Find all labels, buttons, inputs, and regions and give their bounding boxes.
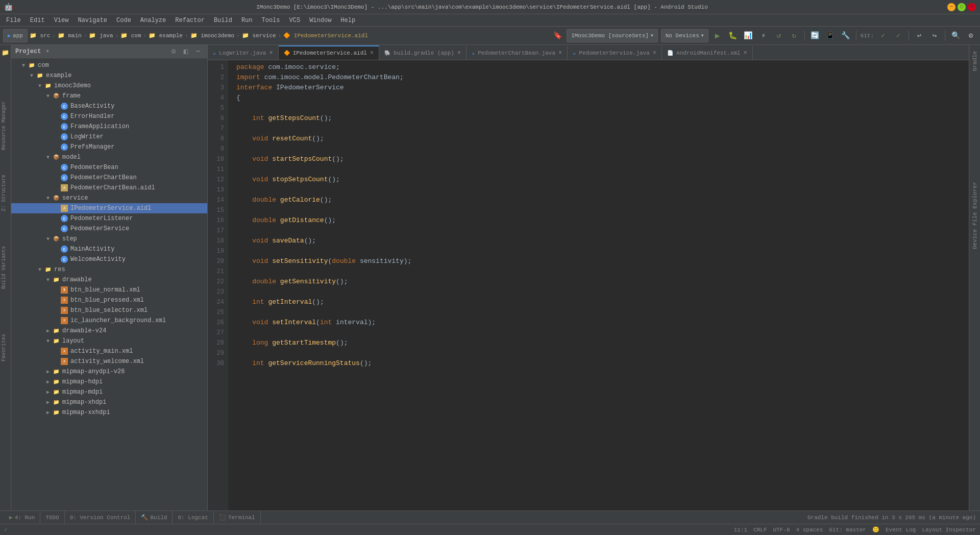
- tab-logwriter[interactable]: ☕ LogWriter.java ×: [208, 45, 279, 60]
- menu-edit[interactable]: Edit: [26, 16, 49, 25]
- project-dropdown-arrow[interactable]: ▼: [46, 49, 48, 54]
- tree-item-pedometerchartbean[interactable]: C PedometerChartBean: [11, 173, 207, 183]
- tree-item-pedometerlistener[interactable]: C PedometerListener: [11, 213, 207, 224]
- minimize-button[interactable]: −: [947, 3, 955, 11]
- devices-dropdown[interactable]: No Devices ▼: [661, 29, 708, 42]
- debug-button[interactable]: 🐛: [727, 30, 739, 42]
- status-layout-inspector[interactable]: Layout Inspector: [922, 527, 976, 533]
- structure-tab[interactable]: Z: Structure: [0, 173, 11, 213]
- status-git-check[interactable]: ✓: [4, 526, 8, 533]
- tree-item-imooc3demo[interactable]: ▼ 📁 imooc3demo: [11, 81, 207, 91]
- build-variants-tab[interactable]: Build Variants: [0, 244, 11, 291]
- tree-item-layout[interactable]: ▼ 📁 layout: [11, 336, 207, 346]
- git-update-icon[interactable]: ✓: [877, 30, 889, 42]
- tree-item-mipmap-xxhdpi[interactable]: ▶ 📁 mipmap-xxhdpi: [11, 407, 207, 418]
- tree-item-mipmap-xhdpi[interactable]: ▶ 📁 mipmap-xhdpi: [11, 397, 207, 407]
- tree-item-mainactivity[interactable]: C MainActivity: [11, 244, 207, 254]
- tree-item-model[interactable]: ▼ 📦 model: [11, 152, 207, 162]
- status-indent[interactable]: 4 spaces: [796, 527, 823, 533]
- project-action-collapse[interactable]: −: [193, 46, 203, 57]
- breadcrumb-imooc3demo[interactable]: 📁 imooc3demo: [190, 32, 235, 39]
- project-action-cog[interactable]: ⚙: [168, 46, 179, 57]
- tab-androidmanifest[interactable]: 📄 AndroidManifest.xml ×: [662, 45, 753, 60]
- tree-item-btn-blue-normal[interactable]: X btn_blue_normal.xml: [11, 285, 207, 295]
- menu-navigate[interactable]: Navigate: [74, 16, 111, 25]
- menu-refactor[interactable]: Refactor: [171, 16, 209, 25]
- menu-file[interactable]: File: [2, 16, 25, 25]
- project-action-gear[interactable]: ◧: [181, 46, 191, 57]
- bookmark-icon[interactable]: 🔖: [551, 30, 564, 42]
- run-button[interactable]: ▶: [712, 30, 724, 42]
- menu-build[interactable]: Build: [210, 16, 236, 25]
- tree-item-pedometerservice[interactable]: C PedometerService: [11, 224, 207, 234]
- tree-item-res[interactable]: ▼ 📁 res: [11, 264, 207, 275]
- redo-button[interactable]: ↪: [928, 30, 941, 42]
- tree-item-baseactivity[interactable]: C BaseActivity: [11, 101, 207, 111]
- device-file-explorer-tab[interactable]: Device File Explorer: [971, 178, 979, 253]
- close-tab-build-gradle[interactable]: ×: [457, 50, 461, 56]
- terminal-tab[interactable]: ⬛ Terminal: [214, 511, 261, 524]
- todo-tab[interactable]: TODO: [40, 511, 64, 524]
- tab-ipedometerservice[interactable]: 🔶 IPedometerService.aidl ×: [279, 45, 379, 60]
- gradle-panel-tab[interactable]: Gradle: [971, 47, 979, 76]
- favorites-tab[interactable]: Favorites: [0, 332, 11, 363]
- close-tab-pedometerservice[interactable]: ×: [653, 50, 656, 56]
- run-tab[interactable]: ▶ 4: Run: [4, 511, 40, 524]
- breadcrumb-file[interactable]: 🔶 IPedometerService.aidl: [283, 32, 368, 39]
- tree-item-pedometerbean[interactable]: C PedometerBean: [11, 162, 207, 173]
- tree-item-drawable[interactable]: ▼ 📁 drawable: [11, 275, 207, 285]
- code-content[interactable]: package com.imooc.service; import com.im…: [228, 60, 969, 510]
- tab-pedometerchartbean[interactable]: ☕ PedometerChartBean.java ×: [467, 45, 568, 60]
- sidebar-label-project[interactable]: 📁: [0, 47, 11, 58]
- menu-view[interactable]: View: [50, 16, 73, 25]
- avd-button[interactable]: 📱: [824, 30, 837, 42]
- close-button[interactable]: ×: [968, 3, 976, 11]
- tree-item-mipmap-mdpi[interactable]: ▶ 📁 mipmap-mdpi: [11, 387, 207, 397]
- maximize-button[interactable]: □: [958, 3, 966, 11]
- resource-manager-tab[interactable]: Resource Manager: [0, 99, 11, 152]
- app-module-selector[interactable]: ▶ app: [3, 29, 28, 42]
- status-encoding[interactable]: UTF-8: [773, 527, 790, 533]
- run-with-coverage-button[interactable]: 📊: [742, 30, 754, 42]
- breadcrumb-java[interactable]: 📁 java: [89, 32, 113, 39]
- breadcrumb-service[interactable]: 📁 service: [242, 32, 276, 39]
- tree-item-activity-welcome[interactable]: X activity_welcome.xml: [11, 356, 207, 367]
- version-control-tab[interactable]: 9: Version Control: [65, 511, 136, 524]
- undo-button[interactable]: ↩: [913, 30, 925, 42]
- tree-item-prefsmanager[interactable]: C PrefsManager: [11, 142, 207, 152]
- status-event-log[interactable]: Event Log: [886, 527, 916, 533]
- tree-item-errorhandler[interactable]: C ErrorHandler: [11, 111, 207, 121]
- status-smiley[interactable]: 🙂: [872, 526, 879, 533]
- breadcrumb-src[interactable]: 📁 src: [30, 32, 50, 39]
- tree-item-com[interactable]: ▼ 📁 com: [11, 60, 207, 70]
- sync-button[interactable]: 🔄: [809, 30, 821, 42]
- tree-item-frameapplication[interactable]: C FrameApplication: [11, 121, 207, 132]
- menu-run[interactable]: Run: [237, 16, 257, 25]
- tree-item-activity-main[interactable]: X activity_main.xml: [11, 346, 207, 356]
- close-tab-logwriter[interactable]: ×: [269, 50, 273, 56]
- tree-item-pedometerchartbean-aidl[interactable]: A PedometerChartBean.aidl: [11, 183, 207, 193]
- menu-tools[interactable]: Tools: [258, 16, 284, 25]
- tree-item-logwriter[interactable]: C LogWriter: [11, 132, 207, 142]
- menu-vcs[interactable]: VCS: [285, 16, 305, 25]
- breadcrumb-com[interactable]: 📁 com: [120, 32, 141, 39]
- tab-build-gradle[interactable]: 🐘 build.gradle (app) ×: [379, 45, 467, 60]
- run-config-dropdown[interactable]: IMooc3Demo [sourceSets] ▼: [567, 29, 658, 42]
- tree-item-btn-blue-pressed[interactable]: X btn_blue_pressed.xml: [11, 295, 207, 305]
- tree-item-mipmap-hdpi[interactable]: ▶ 📁 mipmap-hdpi: [11, 377, 207, 387]
- status-git[interactable]: Git: master: [829, 527, 866, 533]
- search-everywhere-button[interactable]: 🔍: [949, 30, 962, 42]
- tree-item-frame[interactable]: ▼ 📦 frame: [11, 91, 207, 101]
- close-tab-pedometerchartbean[interactable]: ×: [558, 50, 562, 56]
- logcat-tab[interactable]: 6: Logcat: [173, 511, 213, 524]
- git-commit-icon[interactable]: ✓: [892, 30, 904, 42]
- menu-window[interactable]: Window: [305, 16, 335, 25]
- profile-button[interactable]: ⚡: [757, 30, 770, 42]
- tree-item-step[interactable]: ▼ 📦 step: [11, 234, 207, 244]
- build-tab[interactable]: 🔨 Build: [136, 511, 173, 524]
- apply-code-changes-button[interactable]: ↻: [788, 30, 800, 42]
- close-tab-ipedometerservice[interactable]: ×: [370, 50, 374, 56]
- apply-changes-button[interactable]: ↺: [773, 30, 785, 42]
- status-line-ending[interactable]: CRLF: [753, 527, 767, 533]
- tree-item-mipmap-anydpi[interactable]: ▶ 📁 mipmap-anydpi-v26: [11, 367, 207, 377]
